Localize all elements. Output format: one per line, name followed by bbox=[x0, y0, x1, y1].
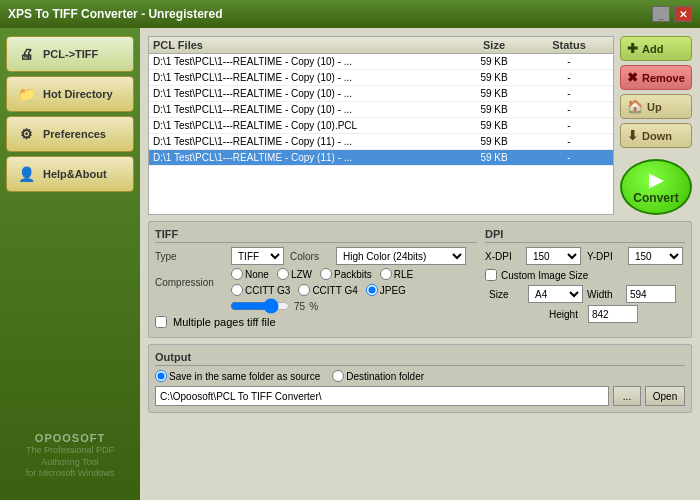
watermark-text1: The Professional PDF Authoring Tool bbox=[8, 445, 132, 468]
compression-label: Compression bbox=[155, 277, 225, 288]
header-name: PCL Files bbox=[153, 39, 459, 51]
file-size: 59 KB bbox=[459, 152, 529, 163]
down-button[interactable]: ⬇ Down bbox=[620, 123, 692, 148]
sidebar-item-help-about[interactable]: 👤 Help&About bbox=[6, 156, 134, 192]
file-status: - bbox=[529, 72, 609, 83]
same-folder-radio[interactable] bbox=[155, 370, 167, 382]
compression-radio-ccittg3[interactable] bbox=[231, 284, 243, 296]
table-row[interactable]: D:\1 Test\PCL\1---REALTIME - Copy (11) -… bbox=[149, 134, 613, 150]
file-size: 59 KB bbox=[459, 136, 529, 147]
width-input[interactable] bbox=[626, 285, 676, 303]
compression-radio-lzw[interactable] bbox=[277, 268, 289, 280]
minimize-button[interactable]: _ bbox=[652, 6, 670, 22]
table-row[interactable]: D:\1 Test\PCL\1---REALTIME - Copy (10) -… bbox=[149, 102, 613, 118]
multiple-pages-checkbox[interactable] bbox=[155, 316, 167, 328]
open-button[interactable]: Open bbox=[645, 386, 685, 406]
header-status: Status bbox=[529, 39, 609, 51]
compression-option-jpeg[interactable]: JPEG bbox=[366, 284, 406, 296]
add-button[interactable]: ✚ Add bbox=[620, 36, 692, 61]
convert-button[interactable]: ▶ Convert bbox=[620, 159, 692, 215]
compression-radio-ccittg4[interactable] bbox=[298, 284, 310, 296]
add-icon: ✚ bbox=[627, 41, 638, 56]
table-row[interactable]: D:\1 Test\PCL\1---REALTIME - Copy (10) -… bbox=[149, 70, 613, 86]
compression-option-ccittg3[interactable]: CCITT G3 bbox=[231, 284, 290, 296]
dpi-settings: DPI X-DPI 7296150200300600 Y-DPI 7296150… bbox=[485, 228, 685, 331]
x-dpi-select[interactable]: 7296150200300600 bbox=[526, 247, 581, 265]
compression-option-packbits[interactable]: Packbits bbox=[320, 268, 372, 280]
file-status: - bbox=[529, 152, 609, 163]
file-name: D:\1 Test\PCL\1---REALTIME - Copy (11) -… bbox=[153, 136, 459, 147]
remove-button[interactable]: ✖ Remove bbox=[620, 65, 692, 90]
compression-row: Compression NoneLZWPackbitsRLECCITT G3CC… bbox=[155, 268, 477, 296]
action-buttons: ✚ Add ✖ Remove 🏠 Up ⬇ Down ▶ bbox=[620, 36, 692, 215]
output-path-input[interactable] bbox=[155, 386, 609, 406]
multiple-pages-row: Multiple pages tiff file bbox=[155, 316, 477, 328]
table-row[interactable]: D:\1 Test\PCL\1---REALTIME - Copy (10) -… bbox=[149, 54, 613, 70]
file-list-container: PCL Files Size Status D:\1 Test\PCL\1---… bbox=[148, 36, 614, 215]
compression-radio-packbits[interactable] bbox=[320, 268, 332, 280]
jpeg-quality-slider[interactable] bbox=[230, 299, 290, 313]
jpeg-slider-row: 75 % bbox=[230, 299, 477, 313]
height-label: Height bbox=[549, 309, 584, 320]
multiple-pages-label: Multiple pages tiff file bbox=[173, 316, 276, 328]
close-button[interactable]: ✕ bbox=[674, 6, 692, 22]
compression-option-rle[interactable]: RLE bbox=[380, 268, 413, 280]
compression-option-ccittg4[interactable]: CCITT G4 bbox=[298, 284, 357, 296]
up-button[interactable]: 🏠 Up bbox=[620, 94, 692, 119]
file-status: - bbox=[529, 120, 609, 131]
file-name: D:\1 Test\PCL\1---REALTIME - Copy (10) -… bbox=[153, 104, 459, 115]
percent-sign: % bbox=[309, 301, 318, 312]
header-size: Size bbox=[459, 39, 529, 51]
tiff-settings: TIFF Type TIFFBMPPNGJPEG Colors High Col… bbox=[155, 228, 477, 331]
colors-select[interactable]: High Color (24bits)256 ColorsGrayscaleBl… bbox=[336, 247, 466, 265]
dpi-row: X-DPI 7296150200300600 Y-DPI 72961502003… bbox=[485, 247, 685, 265]
output-section: Output Save in the same folder as source… bbox=[148, 344, 692, 413]
titlebar: XPS To TIFF Converter - Unregistered _ ✕ bbox=[0, 0, 700, 28]
jpeg-slider-container: 75 % bbox=[230, 299, 318, 313]
sidebar-item-hot-directory[interactable]: 📁 Hot Directory bbox=[6, 76, 134, 112]
compression-option-none[interactable]: None bbox=[231, 268, 269, 280]
up-label: Up bbox=[647, 101, 662, 113]
compression-option-lzw[interactable]: LZW bbox=[277, 268, 312, 280]
file-list-body[interactable]: D:\1 Test\PCL\1---REALTIME - Copy (10) -… bbox=[149, 54, 613, 214]
convert-icon: ▶ bbox=[649, 169, 663, 191]
sidebar: 🖨 PCL->TIFF 📁 Hot Directory ⚙ Preference… bbox=[0, 28, 140, 500]
x-dpi-label: X-DPI bbox=[485, 251, 520, 262]
printer-icon: 🖨 bbox=[15, 43, 37, 65]
size-label: Size bbox=[489, 289, 524, 300]
output-path-row: ... Open bbox=[155, 386, 685, 406]
type-select[interactable]: TIFFBMPPNGJPEG bbox=[231, 247, 284, 265]
y-dpi-select[interactable]: 7296150200300600 bbox=[628, 247, 683, 265]
dest-folder-radio[interactable] bbox=[332, 370, 344, 382]
sidebar-label-preferences: Preferences bbox=[43, 128, 106, 140]
table-row[interactable]: D:\1 Test\PCL\1---REALTIME - Copy (10) -… bbox=[149, 86, 613, 102]
sidebar-item-preferences[interactable]: ⚙ Preferences bbox=[6, 116, 134, 152]
file-name: D:\1 Test\PCL\1---REALTIME - Copy (10) -… bbox=[153, 72, 459, 83]
width-label: Width bbox=[587, 289, 622, 300]
table-row[interactable]: D:\1 Test\PCL\1---REALTIME - Copy (10).P… bbox=[149, 118, 613, 134]
up-icon: 🏠 bbox=[627, 99, 643, 114]
table-row[interactable]: D:\1 Test\PCL\1---REALTIME - Copy (11) -… bbox=[149, 150, 613, 166]
compression-radio-jpeg[interactable] bbox=[366, 284, 378, 296]
file-status: - bbox=[529, 136, 609, 147]
y-dpi-label: Y-DPI bbox=[587, 251, 622, 262]
file-status: - bbox=[529, 56, 609, 67]
file-status: - bbox=[529, 104, 609, 115]
top-section: PCL Files Size Status D:\1 Test\PCL\1---… bbox=[148, 36, 692, 215]
colors-label: Colors bbox=[290, 251, 330, 262]
file-name: D:\1 Test\PCL\1---REALTIME - Copy (10).P… bbox=[153, 120, 459, 131]
app-title: XPS To TIFF Converter - Unregistered bbox=[8, 7, 222, 21]
sidebar-item-pcl-tiff[interactable]: 🖨 PCL->TIFF bbox=[6, 36, 134, 72]
browse-button[interactable]: ... bbox=[613, 386, 641, 406]
compression-radio-none[interactable] bbox=[231, 268, 243, 280]
size-select[interactable]: A4A3LetterLegal bbox=[528, 285, 583, 303]
compression-radio-rle[interactable] bbox=[380, 268, 392, 280]
settings-section: TIFF Type TIFFBMPPNGJPEG Colors High Col… bbox=[148, 221, 692, 338]
same-folder-option: Save in the same folder as source bbox=[155, 370, 320, 382]
custom-size-checkbox[interactable] bbox=[485, 269, 497, 281]
file-name: D:\1 Test\PCL\1---REALTIME - Copy (10) -… bbox=[153, 88, 459, 99]
sidebar-watermark: OPOOSOFT The Professional PDF Authoring … bbox=[0, 431, 140, 480]
sidebar-label-hot-directory: Hot Directory bbox=[43, 88, 113, 100]
height-input[interactable] bbox=[588, 305, 638, 323]
main-wrapper: 🖨 PCL->TIFF 📁 Hot Directory ⚙ Preference… bbox=[0, 28, 700, 500]
